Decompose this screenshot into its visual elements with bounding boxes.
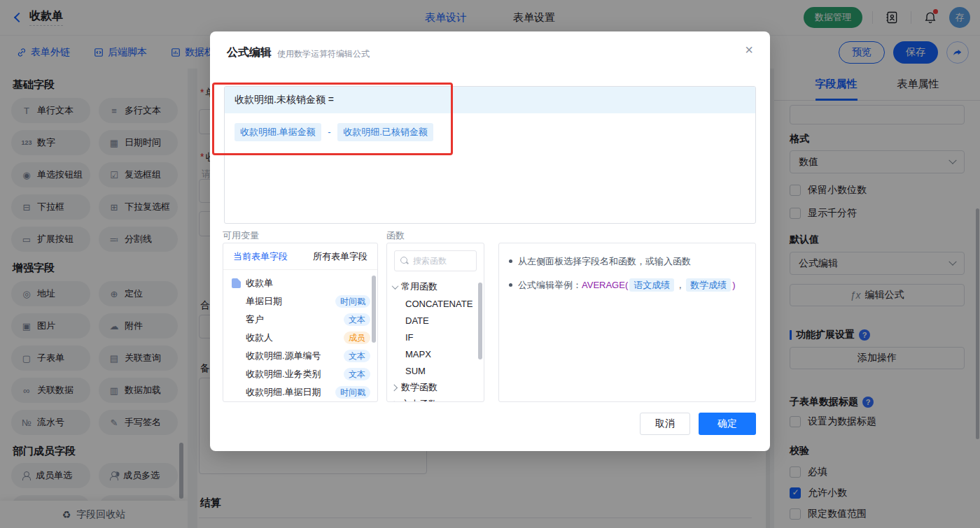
function-search-box[interactable]: 搜索函数 [394,250,477,271]
close-icon[interactable]: × [745,43,753,57]
variable-row[interactable]: 收款明细.业务类别 文本 [223,365,377,383]
hint-example-prefix: 公式编辑举例： [518,280,582,290]
function-group-text[interactable]: 文本函数 [387,396,484,402]
variable-row[interactable]: 收款明细.源单编号 文本 [223,347,377,365]
variables-panel: 当前表单字段 所有表单字段 收款单 单据日期 时间戳 客户 文本 收款人 成员 … [223,243,378,402]
functions-label: 函数 [386,229,405,242]
caret-right-icon [391,401,398,402]
variable-name: 收款明细.单据日期 [246,386,321,399]
cancel-button[interactable]: 取消 [640,413,690,435]
modal-footer: 取消 确定 [640,413,756,435]
variables-label: 可用变量 [223,229,259,242]
formula-editor-area[interactable]: 收款明细.未核销金额 = 收款明细.单据金额 - 收款明细.已核销金额 [224,86,756,224]
function-item[interactable]: SUM [387,362,484,379]
variable-name: 客户 [246,313,264,326]
function-close-token: ) [732,280,735,290]
function-open-token: AVERAGE( [582,280,628,290]
function-group-common[interactable]: 常用函数 [387,278,484,295]
function-item[interactable]: CONCATENATE [387,295,484,312]
type-badge: 时间戳 [335,295,370,308]
type-badge: 成员 [344,331,370,344]
bullet-icon [509,283,512,287]
formula-editor-modal: 公式编辑 使用数学运算符编辑公式 × 收款明细.未核销金额 = 收款明细.单据金… [210,31,770,451]
confirm-button[interactable]: 确定 [699,413,756,435]
function-item[interactable]: DATE [387,312,484,329]
type-badge: 文本 [344,350,370,362]
group-label: 文本函数 [401,398,438,402]
variable-name: 收款人 [246,331,273,344]
formula-expression[interactable]: 收款明细.单据金额 - 收款明细.已核销金额 [225,113,755,151]
variable-row[interactable]: 客户 文本 [223,311,377,329]
example-field-chip: 数学成绩 [686,278,731,292]
hint-line-2: 公式编辑举例：AVERAGE(语文成绩，数学成绩) [509,278,746,292]
caret-right-icon [391,384,398,391]
modal-title: 公式编辑 [227,45,272,60]
bullet-icon [509,259,512,263]
minus-operator: - [328,127,330,137]
search-placeholder: 搜索函数 [413,255,447,267]
example-field-chip: 语文成绩 [629,278,674,292]
variables-scrollbar[interactable] [372,276,376,343]
comma-token: ， [676,280,685,290]
variable-row[interactable]: 单据日期 时间戳 [223,292,377,311]
variables-tabs: 当前表单字段 所有表单字段 [223,243,377,270]
form-designer-app: 收款单 表单设计 表单设置 数据管理 存 表单外链 [0,0,980,528]
function-item[interactable]: MAPX [387,345,484,362]
tab-current-form-fields[interactable]: 当前表单字段 [233,250,288,263]
tree-root-label: 收款单 [246,277,273,290]
variable-name: 收款明细.源单编号 [246,350,321,362]
formula-target-row: 收款明细.未核销金额 = [225,87,755,113]
type-badge: 文本 [344,368,370,380]
field-chip-operand2[interactable]: 收款明细.已核销金额 [337,123,433,141]
group-label: 数学函数 [401,381,438,394]
function-group-math[interactable]: 数学函数 [387,379,484,396]
functions-scrollbar[interactable] [478,283,482,359]
modal-subtitle: 使用数学运算符编辑公式 [277,48,370,60]
form-doc-icon [232,278,241,288]
group-label: 常用函数 [401,280,438,293]
hint-example: 公式编辑举例：AVERAGE(语文成绩，数学成绩) [518,278,736,292]
hint-text: 从左侧面板选择字段名和函数，或输入函数 [518,255,691,269]
hints-panel: 从左侧面板选择字段名和函数，或输入函数 公式编辑举例：AVERAGE(语文成绩，… [498,243,756,402]
type-badge: 时间戳 [335,386,370,399]
search-icon [400,257,409,265]
field-chip-operand1[interactable]: 收款明细.单据金额 [234,123,321,141]
variable-name: 收款明细.业务类别 [246,368,321,380]
variable-row[interactable]: 收款人 成员 [223,329,377,347]
caret-down-icon [392,283,399,290]
variable-row[interactable]: 收款明细.单据日期 时间戳 [223,383,377,401]
type-badge: 文本 [344,313,370,326]
functions-panel: 搜索函数 常用函数 CONCATENATE DATE IF MAPX SUM 数… [386,243,484,402]
variable-row-clipped[interactable] [223,401,377,402]
function-item[interactable]: IF [387,329,484,345]
tree-root-row[interactable]: 收款单 [223,274,377,292]
tab-all-form-fields[interactable]: 所有表单字段 [313,250,368,263]
hint-line-1: 从左侧面板选择字段名和函数，或输入函数 [509,255,746,269]
variable-name: 单据日期 [246,295,282,308]
